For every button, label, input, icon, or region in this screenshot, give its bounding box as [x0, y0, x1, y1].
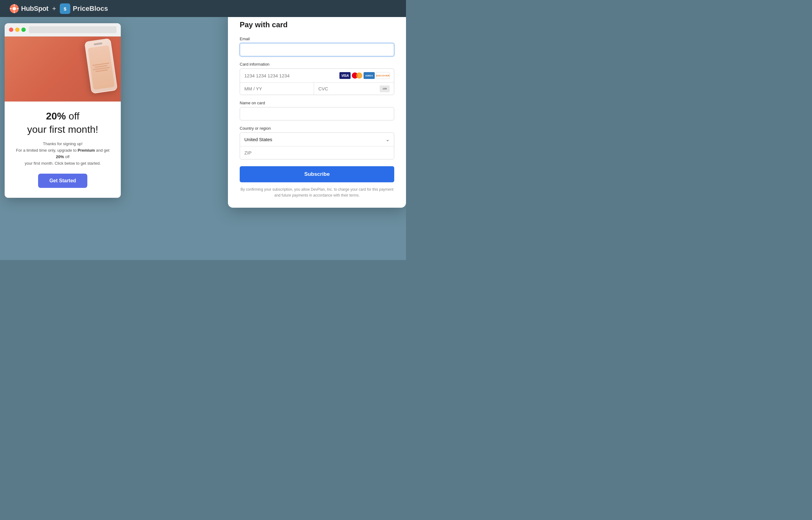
card-cvc-input[interactable] [319, 86, 377, 91]
promo-description: Thanks for signing up! For a limited tim… [14, 141, 111, 166]
card-expiry-input[interactable] [240, 83, 314, 95]
email-field[interactable] [240, 43, 394, 56]
promo-off: off [66, 110, 80, 122]
email-label: Email [240, 36, 394, 41]
country-value: United States [244, 137, 385, 142]
country-region-group: United States ⌄ [240, 132, 394, 159]
cvc-card-icon: 135 [380, 85, 389, 92]
subscribe-button[interactable]: Subscribe [240, 166, 394, 182]
mc-circle-orange [356, 72, 362, 79]
card-cvc-wrapper: 135 [314, 83, 394, 95]
phone-notch [94, 43, 102, 46]
promo-card: 20% off your first month! Thanks for sig… [5, 102, 121, 198]
card-number-input[interactable] [244, 73, 336, 78]
payment-panel: Pay with card Email Card information VIS… [228, 9, 406, 208]
discover-icon: DISCOVER [376, 72, 389, 79]
hubspot-logo: HubSpot [9, 4, 48, 14]
traffic-light-red[interactable] [9, 28, 13, 32]
priceblocs-icon: $ [60, 3, 70, 14]
browser-mockup: 20% off your first month! Thanks for sig… [5, 23, 121, 198]
priceblocs-wordmark: PriceBlocs [73, 5, 108, 13]
plus-sign: + [52, 5, 56, 13]
zip-input[interactable] [240, 147, 394, 159]
traffic-light-yellow[interactable] [15, 28, 20, 32]
card-expiry-cvc-row: 135 [240, 83, 394, 95]
phone-screen [87, 45, 115, 90]
card-icons: VISA AMEX DISCOVER [339, 72, 389, 79]
get-started-button[interactable]: Get Started [38, 174, 87, 188]
brand-group: HubSpot + $ PriceBlocs [9, 3, 108, 14]
hubspot-wordmark: HubSpot [21, 5, 48, 13]
card-info-label: Card information [240, 62, 394, 67]
card-info-wrapper: VISA AMEX DISCOVER 135 [240, 69, 394, 95]
mastercard-icon [352, 72, 362, 79]
browser-url-bar[interactable] [29, 26, 117, 33]
browser-content: 20% off your first month! Thanks for sig… [5, 36, 121, 198]
country-select-row[interactable]: United States ⌄ [240, 132, 394, 147]
country-label: Country or region [240, 126, 394, 131]
phone-image-area [5, 36, 121, 102]
promo-headline: 20% off [14, 110, 111, 122]
svg-rect-4 [10, 8, 12, 9]
zip-field-wrapper [240, 147, 394, 159]
header-bar: HubSpot + $ PriceBlocs [0, 0, 406, 17]
traffic-light-green[interactable] [21, 28, 26, 32]
name-label: Name on card [240, 101, 394, 105]
disclaimer-text: By confirming your subscription, you all… [240, 187, 394, 199]
phone-screen-line [95, 69, 108, 72]
payment-title: Pay with card [240, 20, 394, 29]
priceblocs-logo: $ PriceBlocs [60, 3, 108, 14]
card-number-row: VISA AMEX DISCOVER [240, 69, 394, 83]
amex-icon: AMEX [363, 72, 375, 79]
browser-chrome [5, 23, 121, 36]
promo-percent: 20% [46, 110, 66, 122]
promo-subheadline: your first month! [14, 124, 111, 135]
phone-mockup [84, 38, 118, 94]
svg-rect-3 [14, 11, 15, 13]
visa-icon: VISA [339, 72, 351, 79]
svg-rect-2 [14, 4, 15, 6]
name-on-card-input[interactable] [240, 107, 394, 121]
chevron-down-icon: ⌄ [385, 136, 389, 142]
svg-rect-5 [17, 8, 19, 9]
svg-point-1 [12, 7, 16, 10]
traffic-lights [9, 28, 26, 32]
svg-text:$: $ [64, 6, 67, 11]
hubspot-icon [9, 4, 19, 14]
